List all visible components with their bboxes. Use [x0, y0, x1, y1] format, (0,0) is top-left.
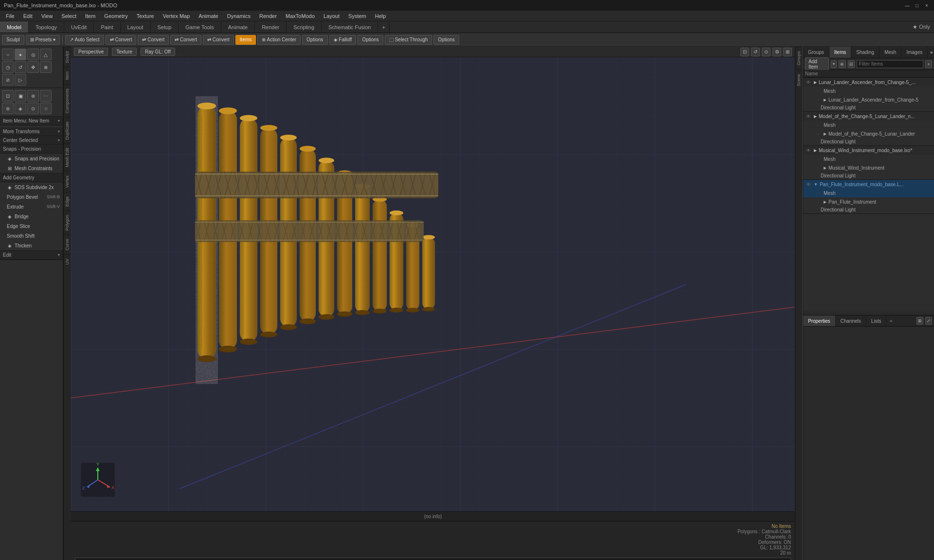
add-item-dropdown[interactable]: ▾ — [831, 60, 837, 68]
select-ring-icon[interactable]: ◎ — [27, 49, 39, 60]
transform-icon-2[interactable]: ▣ — [15, 90, 26, 102]
add-item-button[interactable]: Add Item — [805, 57, 829, 71]
perspective-label[interactable]: Perspective — [74, 48, 108, 56]
presets-button[interactable]: ⊞ Presets ▾ — [26, 35, 60, 45]
group-pan-flute-header[interactable]: 👁 ▼ Pan_Flute_Instrument_modo_base.L... — [803, 180, 934, 189]
transform-icon-1[interactable]: ⊡ — [2, 90, 14, 102]
eye-mesh-3[interactable]: · — [815, 156, 822, 162]
tab-game-tools[interactable]: Game Tools — [179, 21, 221, 33]
minimize-button[interactable]: — — [904, 2, 911, 9]
tab-render[interactable]: Render — [255, 21, 287, 33]
items-entry-ll-ascender[interactable]: · ▶ Lunar_Lander_Ascender_from_Change-5 — [803, 95, 934, 104]
convert-button-4[interactable]: ⇄ Convert — [203, 35, 234, 45]
transform-icon-5[interactable]: ⊚ — [2, 103, 14, 114]
convert-button-3[interactable]: ⇄ Convert — [170, 35, 201, 45]
items-entry-mesh-4[interactable]: · Mesh — [803, 189, 934, 197]
move-icon[interactable]: ✥ — [27, 61, 39, 73]
bridge-item[interactable]: ◈ Bridge — [0, 211, 63, 221]
items-entry-model-change5[interactable]: · ▶ Model_of_the_Change-5_Lunar_Lander — [803, 129, 934, 138]
tab-uvedit[interactable]: UvEdit — [64, 21, 94, 33]
menu-layout[interactable]: Layout — [320, 12, 343, 20]
item-vert-tab[interactable]: Item — [64, 67, 71, 84]
menu-dynamics[interactable]: Dynamics — [223, 12, 254, 20]
edit-header[interactable]: Edit ▾ — [0, 251, 63, 260]
menu-view[interactable]: View — [37, 12, 57, 20]
polygon-bevel-item[interactable]: Polygon Bevel Shift-B — [0, 192, 63, 202]
tab-scripting[interactable]: Scripting — [287, 21, 322, 33]
vp-icon-2[interactable]: ↺ — [751, 48, 760, 56]
transform-icon-6[interactable]: ◈ — [15, 103, 26, 114]
menu-vertex-map[interactable]: Vertex Map — [159, 12, 194, 20]
tab-topology[interactable]: Topology — [29, 21, 64, 33]
group-model-change5-header[interactable]: 👁 ▶ Model_of_the_Change-5_Lunar_Lander_n… — [803, 112, 934, 121]
mesh-edit-vert-tab[interactable]: Mesh Edit — [64, 143, 71, 171]
items-entry-mesh-2[interactable]: · Mesh — [803, 121, 934, 129]
items-button[interactable]: Items — [235, 35, 256, 45]
tab-layout[interactable]: Layout — [121, 21, 151, 33]
menu-item[interactable]: Item — [81, 12, 99, 20]
shading-tab[interactable]: Shading — [851, 47, 880, 58]
items-entry-pan-flute[interactable]: · ▶ Pan_Flute_Instrument — [803, 197, 934, 206]
menu-geometry[interactable]: Geometry — [100, 12, 131, 20]
thicken-item[interactable]: ◈ Thicken — [0, 241, 63, 250]
snaps-precision-item[interactable]: ◈ Snaps and Precision — [0, 154, 63, 163]
visibility-icon-2[interactable]: 👁 — [805, 113, 812, 120]
transform-icon-8[interactable]: ☆ — [40, 103, 52, 114]
texture-label[interactable]: Texture — [112, 48, 137, 56]
detach-bottom-icon[interactable]: ⤢ — [925, 317, 932, 325]
vp-icon-1[interactable]: ⊡ — [740, 48, 749, 56]
items-entry-musical-wind[interactable]: · ▶ Musical_Wind_Instrument — [803, 163, 934, 172]
convert-button-1[interactable]: ⇄ Convert — [106, 35, 137, 45]
mesh-tab[interactable]: Mesh — [880, 47, 901, 58]
sculpt-button[interactable]: Sculpt — [2, 35, 24, 45]
tab-schematic-fusion[interactable]: Schematic Fusion — [322, 21, 378, 33]
snaps-header[interactable]: Snaps - Precision — [0, 145, 63, 154]
visibility-icon-4[interactable]: 👁 — [805, 181, 812, 188]
filter-items-input[interactable] — [857, 60, 923, 68]
sds-subdivide-item[interactable]: ◈ SDS Subdivide 2x — [0, 182, 63, 192]
transform-icon-7[interactable]: ⊙ — [27, 103, 39, 114]
menu-maxtomodo[interactable]: MaxToModo — [282, 12, 319, 20]
more-transforms-header[interactable]: More Transforms ▾ — [0, 127, 63, 136]
mesh-constraints-item[interactable]: ⊞ Mesh Constraints — [0, 163, 63, 173]
eye-mesh-1[interactable]: · — [815, 88, 822, 94]
items-entry-mesh-3[interactable]: · Mesh — [803, 155, 934, 163]
group-musical-wind-header[interactable]: 👁 ▶ Musical_Wind_Instrument_modo_base.lx… — [803, 146, 934, 155]
components-vert-tab[interactable]: Components — [64, 84, 71, 117]
eye-mesh-4[interactable]: · — [815, 190, 822, 196]
curve-vert-tab[interactable]: Curve — [64, 234, 71, 254]
vertex-vert-tab[interactable]: Vertex — [64, 171, 71, 192]
items-entry-mesh-1[interactable]: · Mesh — [803, 87, 934, 95]
tab-model[interactable]: Model — [0, 21, 29, 33]
filter-clear[interactable]: × — [925, 60, 932, 68]
extrude-item[interactable]: Extrude Shift-V — [0, 202, 63, 211]
menu-texture[interactable]: Texture — [133, 12, 158, 20]
expand-bottom-icon[interactable]: ⊞ — [916, 317, 923, 325]
select-item-icon[interactable]: ○ — [2, 49, 14, 60]
star-only-label[interactable]: ★ Only — [909, 24, 934, 30]
eye-ll-ascender[interactable]: · — [815, 96, 822, 103]
channels-tab[interactable]: Channels — [836, 315, 866, 326]
items-tab[interactable]: Items — [829, 47, 851, 58]
eye-mesh-2[interactable]: · — [815, 122, 822, 128]
falloff-button[interactable]: ◈ Falloff — [329, 35, 357, 45]
subtract-icon[interactable]: ⊘ — [2, 74, 14, 86]
transform-icon-4[interactable]: ⋯ — [40, 90, 52, 102]
select-solid-icon[interactable]: ● — [15, 49, 26, 60]
convert-button-2[interactable]: ⇄ Convert — [138, 35, 169, 45]
images-tab[interactable]: Images — [901, 47, 928, 58]
maximize-button[interactable]: □ — [914, 2, 920, 9]
items-entry-dir-light-2[interactable]: Directional Light — [803, 138, 934, 145]
eye-model-change5[interactable]: · — [815, 130, 822, 137]
vp-icon-3[interactable]: ⊙ — [762, 48, 771, 56]
menu-system[interactable]: System — [344, 12, 370, 20]
tab-setup[interactable]: Setup — [151, 21, 179, 33]
menu-render[interactable]: Render — [255, 12, 281, 20]
raygl-label[interactable]: Ray GL: Off — [141, 48, 175, 56]
items-entry-dir-light-4[interactable]: Directional Light — [803, 206, 934, 213]
options-button-3[interactable]: Options — [433, 35, 459, 45]
command-input[interactable] — [75, 558, 791, 560]
vp-icon-5[interactable]: ⊞ — [783, 48, 792, 56]
edge-vert-tab[interactable]: Edge — [64, 192, 71, 210]
visibility-icon-1[interactable]: 👁 — [805, 79, 812, 86]
